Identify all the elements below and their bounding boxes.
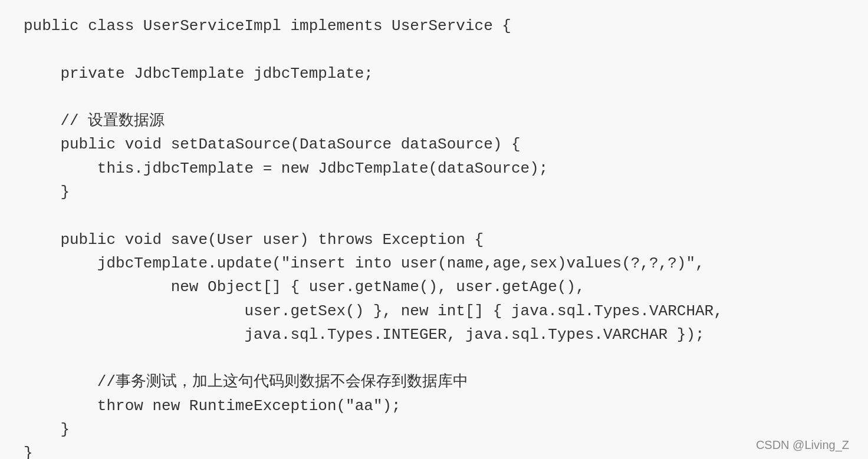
code-container: public class UserServiceImpl implements … bbox=[0, 0, 868, 459]
code-block: public class UserServiceImpl implements … bbox=[24, 14, 844, 459]
footer-attribution: CSDN @Living_Z bbox=[756, 438, 849, 452]
